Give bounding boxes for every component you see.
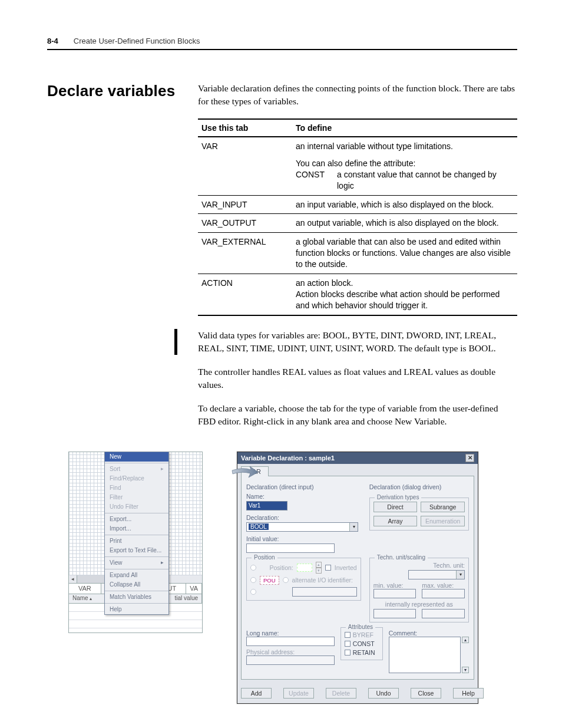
alternate-io-field[interactable] xyxy=(292,587,357,597)
attributes-group-label: Attributes xyxy=(346,624,375,630)
stepper-up-icon[interactable]: ▴ xyxy=(316,562,322,568)
position-radio-pou[interactable] xyxy=(250,577,256,583)
cell-def: an internal variable without type limita… xyxy=(292,137,517,195)
tab-va[interactable]: VA xyxy=(186,584,202,594)
variable-tabs-table: Use this tab To define VAR an internal v… xyxy=(198,118,517,316)
alternate-io-label: alternate I/O identifier: xyxy=(292,577,353,584)
min-value-field[interactable] xyxy=(373,589,416,598)
physical-address-field[interactable] xyxy=(246,655,335,665)
menu-help[interactable]: Help xyxy=(105,605,168,614)
variable-declaration-dialog: Variable Declaration : sample1 ✕ VAR Dec… xyxy=(237,452,478,704)
th-to-define: To define xyxy=(292,119,517,137)
array-button[interactable]: Array xyxy=(373,516,418,526)
menu-view[interactable]: View xyxy=(105,558,168,568)
table-row: VAR_OUTPUT an output variable, which is … xyxy=(198,214,517,233)
real-note-paragraph: The controller handles REAL values as fl… xyxy=(198,365,517,391)
table-row: VAR_EXTERNAL a global variable that can … xyxy=(198,233,517,274)
dialog-title: Variable Declaration : sample1 xyxy=(241,454,335,462)
menu-undo-filter[interactable]: Undo Filter xyxy=(105,502,168,512)
direct-button[interactable]: Direct xyxy=(373,502,418,512)
tab-var[interactable]: VAR xyxy=(69,584,101,594)
name-field[interactable]: Var1 xyxy=(246,501,287,510)
cell-tab: VAR_INPUT xyxy=(198,195,292,214)
long-name-field[interactable] xyxy=(246,637,335,646)
help-button[interactable]: Help xyxy=(453,688,484,699)
menu-filter[interactable]: Filter xyxy=(105,493,168,502)
th-use-tab: Use this tab xyxy=(198,119,292,137)
menu-find[interactable]: Find xyxy=(105,483,168,493)
position-radio-alt[interactable] xyxy=(283,577,289,583)
subrange-button[interactable]: Subrange xyxy=(421,502,465,512)
table-row: VAR_INPUT an input variable, which is al… xyxy=(198,195,517,214)
position-radio-top[interactable] xyxy=(250,565,256,571)
col-name[interactable]: Name ▴ xyxy=(69,594,105,603)
datatypes-paragraph: Valid data types for variables are: BOOL… xyxy=(198,329,517,355)
page-header: 8-4 Create User-Defined Function Blocks xyxy=(47,37,517,45)
comment-field[interactable] xyxy=(389,637,461,673)
cell-tab: VAR_EXTERNAL xyxy=(198,233,292,274)
min-value-label: min. value: xyxy=(373,582,416,589)
position-stepper[interactable] xyxy=(297,564,312,572)
scroll-up-icon[interactable]: ▴ xyxy=(462,637,469,643)
editor-canvas[interactable]: New Sort Find/Replace Find Filter Undo F… xyxy=(68,452,203,575)
close-button[interactable]: Close xyxy=(411,688,441,699)
initial-value-field[interactable] xyxy=(246,543,335,553)
enumeration-button[interactable]: Enumeration xyxy=(421,516,465,526)
menu-match-variables[interactable]: Match Variables xyxy=(105,592,168,602)
context-menu: New Sort Find/Replace Find Filter Undo F… xyxy=(104,452,169,615)
techn-unit-select[interactable]: ▾ xyxy=(408,570,465,579)
menu-expand-all[interactable]: Expand All xyxy=(105,571,168,580)
chevron-down-icon[interactable]: ▾ xyxy=(349,523,358,531)
declaration-select[interactable]: BOOL ▾ xyxy=(246,522,358,532)
max-value-field[interactable] xyxy=(422,589,465,598)
comment-label: Comment: xyxy=(389,630,469,637)
header-rule xyxy=(47,49,517,50)
revision-bar xyxy=(174,329,177,355)
menu-export[interactable]: Export... xyxy=(105,515,168,524)
scroll-down-icon[interactable]: ▾ xyxy=(462,667,469,673)
cell-tab: VAR_OUTPUT xyxy=(198,214,292,233)
const-checkbox[interactable] xyxy=(345,641,351,647)
menu-export-text[interactable]: Export to Text File... xyxy=(105,546,168,555)
close-icon[interactable]: ✕ xyxy=(465,454,474,462)
dialog-titlebar[interactable]: Variable Declaration : sample1 ✕ xyxy=(237,452,478,464)
intro-paragraph: Variable declaration defines the connect… xyxy=(198,82,517,108)
inverted-checkbox[interactable] xyxy=(325,565,331,571)
techn-unit-label: Techn. unit: xyxy=(373,562,465,569)
chevron-down-icon[interactable]: ▾ xyxy=(456,571,464,579)
menu-print[interactable]: Print xyxy=(105,536,168,546)
internal-rep-label: internally represented as xyxy=(373,601,465,608)
retain-checkbox[interactable] xyxy=(345,650,351,655)
menu-find-replace[interactable]: Find/Replace xyxy=(105,474,168,483)
editor-context-screenshot: New Sort Find/Replace Find Filter Undo F… xyxy=(68,452,203,633)
byref-label: BYREF xyxy=(353,631,373,638)
chapter-title: Create User-Defined Function Blocks xyxy=(74,37,200,45)
menu-sort[interactable]: Sort xyxy=(105,465,168,474)
byref-checkbox[interactable] xyxy=(345,632,351,638)
decl-direct-label: Declaration (direct input) xyxy=(246,483,361,490)
delete-button[interactable]: Delete xyxy=(326,688,356,699)
name-label: Name: xyxy=(246,493,361,500)
cell-tab: VAR xyxy=(198,137,292,195)
menu-new[interactable]: New xyxy=(105,452,168,462)
undo-button[interactable]: Undo xyxy=(368,688,399,699)
const-label: CONST xyxy=(353,640,375,647)
update-button[interactable]: Update xyxy=(283,688,314,699)
menu-import[interactable]: Import... xyxy=(105,524,168,533)
table-row xyxy=(69,620,202,628)
position-radio-bottom[interactable] xyxy=(250,589,256,595)
section-title: Declare variables xyxy=(47,82,184,100)
scroll-left-icon[interactable]: ◂ xyxy=(69,575,77,583)
initial-value-label: Initial value: xyxy=(246,535,361,542)
internal-rep-field-1[interactable] xyxy=(373,609,416,618)
dialog-footer: Add Update Delete Undo Close Help xyxy=(237,683,478,703)
stepper-down-icon[interactable]: ▾ xyxy=(316,568,322,574)
flow-arrow-icon xyxy=(231,463,259,480)
internal-rep-field-2[interactable] xyxy=(422,609,465,618)
physical-address-label: Physical address: xyxy=(246,648,335,655)
position-group-label: Position xyxy=(252,554,277,561)
position-label: Position: xyxy=(269,564,293,571)
menu-collapse-all[interactable]: Collapse All xyxy=(105,580,168,589)
add-button[interactable]: Add xyxy=(241,688,272,699)
cell-tab: ACTION xyxy=(198,274,292,315)
